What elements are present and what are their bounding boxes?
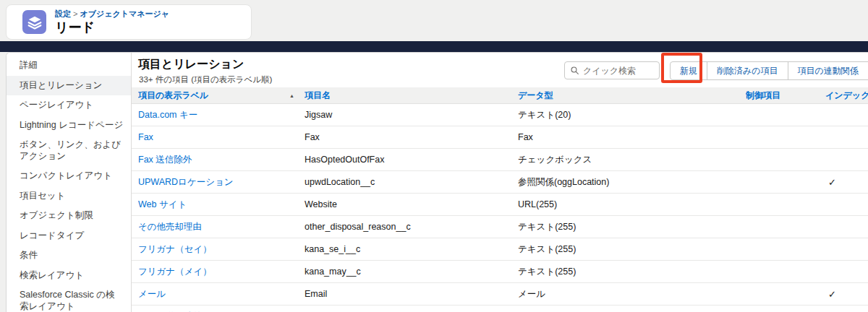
sidebar-item[interactable]: 項目とリレーション — [7, 76, 131, 96]
field-name-cell: other_disposal_reason__c — [305, 222, 518, 232]
field-type-cell: チェックボックス — [518, 154, 746, 166]
toolbar-button[interactable]: 新規 — [670, 61, 707, 80]
content-card: 詳細項目とリレーションページレイアウトLightning レコードページボタン、… — [6, 52, 868, 312]
quick-find-input[interactable] — [583, 66, 653, 76]
field-label-link[interactable]: メール — [138, 289, 166, 299]
table-row: UPWARDロケーションupwdLocation__c参照関係(oggLocat… — [132, 171, 868, 194]
field-type-cell: URL(255) — [518, 199, 746, 209]
field-label-link[interactable]: Fax — [138, 132, 153, 142]
toolbar-button[interactable]: 項目の連動関係 — [788, 61, 868, 80]
table-row: FaxFaxFax — [132, 126, 868, 149]
breadcrumb-separator: > — [73, 9, 77, 18]
field-label-link[interactable]: フリガナ（メイ） — [138, 266, 212, 277]
table-row: メールEmailメール✓ — [132, 283, 868, 306]
column-header[interactable]: 項目名 — [305, 90, 518, 102]
checkmark-icon: ✓ — [825, 289, 868, 300]
column-header[interactable]: インデックス化 — [825, 90, 868, 102]
sidebar-item[interactable]: 詳細 — [7, 56, 131, 76]
sidebar-item[interactable]: コンパクトレイアウト — [7, 166, 131, 186]
column-header-label: データ型 — [518, 90, 553, 102]
layers-icon — [22, 10, 46, 34]
field-type-cell: 参照関係(oggLocation) — [518, 176, 746, 188]
field-name-cell: kana_se_i__c — [305, 244, 518, 254]
breadcrumb-setup-link[interactable]: 設定 — [55, 9, 71, 18]
page-title: リード — [55, 20, 169, 35]
sidebar-item[interactable]: ボタン、リンク、およびアクション — [7, 135, 131, 166]
field-label-link[interactable]: Fax 送信除外 — [138, 155, 192, 165]
sort-asc-arrow-icon: ▲ — [289, 93, 294, 98]
sidebar-item[interactable]: Salesforce Classic の検索レイアウト — [7, 285, 131, 312]
table-row: フリガナ（メイ）kana_may__cテキスト(255) — [132, 261, 868, 283]
breadcrumb: 設定>オブジェクトマネージャ — [55, 9, 169, 19]
field-type-cell: メール — [518, 288, 746, 300]
fields-table: 項目の表示ラベル▲項目名データ型制御項目インデックス化 Data.com キーJ… — [132, 87, 868, 312]
sidebar-item[interactable]: Lightning レコードページ — [7, 116, 131, 136]
table-row: フリガナ（セイ）kana_se_i__cテキスト(255) — [132, 238, 868, 261]
field-type-cell: テキスト(255) — [518, 221, 746, 233]
column-header-label: 制御項目 — [746, 90, 780, 102]
breadcrumb-object-manager-link[interactable]: オブジェクトマネージャ — [80, 9, 169, 18]
column-header-label: インデックス化 — [825, 90, 868, 102]
field-name-cell: Fax — [305, 132, 518, 142]
field-type-cell: テキスト(20) — [518, 109, 746, 121]
table-row: その他売却理由other_disposal_reason__cテキスト(255) — [132, 216, 868, 238]
dark-divider-bar — [0, 41, 868, 52]
column-header[interactable]: 項目の表示ラベル▲ — [138, 90, 305, 102]
field-name-cell: Website — [305, 199, 518, 209]
field-name-cell: Email — [305, 289, 518, 299]
field-label-link[interactable]: Data.com キー — [138, 110, 197, 120]
field-name-cell: upwdLocation__c — [305, 177, 518, 187]
field-type-cell: テキスト(255) — [518, 266, 746, 278]
table-header-row: 項目の表示ラベル▲項目名データ型制御項目インデックス化 — [132, 87, 868, 104]
field-label-link[interactable]: UPWARDロケーション — [138, 177, 234, 187]
column-header-label: 項目の表示ラベル — [138, 90, 208, 102]
table-row: Fax 送信除外HasOptedOutOfFaxチェックボックス — [132, 149, 868, 171]
toolbar-button-group: 新規削除済みの項目項目の連動関係項目履歴 — [670, 61, 868, 80]
checkmark-icon: ✓ — [825, 177, 868, 188]
toolbar-button[interactable]: 削除済みの項目 — [707, 61, 788, 80]
sidebar-item[interactable]: レコードタイプ — [7, 226, 131, 246]
sidebar-item[interactable]: オブジェクト制限 — [7, 206, 131, 226]
table-row: メール送信除外HasOptedOutOfEmailチェックボックス — [132, 306, 868, 312]
field-type-cell: Fax — [518, 132, 746, 142]
field-name-cell: HasOptedOutOfFax — [305, 155, 518, 165]
field-type-cell: テキスト(255) — [518, 243, 746, 256]
object-header-card: 設定>オブジェクトマネージャ リード — [6, 4, 252, 40]
column-header[interactable]: 制御項目 — [746, 90, 825, 102]
section-heading: 項目とリレーション — [138, 57, 244, 72]
field-label-link[interactable]: Web サイト — [138, 199, 187, 209]
item-count-subtitle: 33+ 件の項目 (項目の表示ラベル順) — [139, 74, 272, 85]
search-icon — [571, 66, 579, 74]
object-settings-sidebar: 詳細項目とリレーションページレイアウトLightning レコードページボタン、… — [7, 53, 132, 312]
field-label-link[interactable]: フリガナ（セイ） — [138, 244, 212, 254]
quick-find-box — [564, 61, 660, 79]
sidebar-item[interactable]: ページレイアウト — [7, 95, 131, 116]
field-name-cell: Jigsaw — [305, 110, 518, 120]
table-row: Web サイトWebsiteURL(255) — [132, 194, 868, 216]
column-header-label: 項目名 — [305, 90, 331, 102]
sidebar-item[interactable]: 条件 — [7, 246, 131, 266]
table-row: Data.com キーJigsawテキスト(20) — [132, 104, 868, 126]
column-header[interactable]: データ型 — [518, 90, 746, 102]
sidebar-item[interactable]: 検索レイアウト — [7, 266, 131, 286]
sidebar-item[interactable]: 項目セット — [7, 186, 131, 207]
field-label-link[interactable]: その他売却理由 — [138, 222, 202, 232]
field-name-cell: kana_may__c — [305, 266, 518, 277]
